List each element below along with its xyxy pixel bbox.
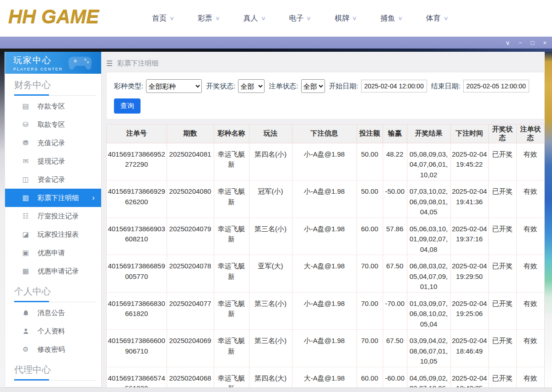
sidebar-sections: 财务中心▤存款专区⛁取款专区⛃充值记录✉提现记录◫资金记录▥彩票下注明细›☷厅室… (5, 79, 101, 387)
cell-order-no: 401569173866903608210 (107, 218, 167, 255)
nav-item-slots[interactable]: 电子∨ (289, 14, 311, 23)
table-row: 40156917386683066182020250204077幸运飞艇新第三名… (107, 292, 544, 330)
sidebar-item-lottery-bet-detail[interactable]: ▥彩票下注明细› (5, 189, 101, 207)
coupon-icon: ▣ (22, 249, 30, 257)
window-edge-strip (0, 49, 552, 52)
nav-item-label: 真人 (244, 14, 258, 23)
draw-status-select[interactable]: 全部 (238, 79, 265, 93)
sidebar-item-deposit[interactable]: ▤存款专区 (5, 97, 101, 115)
sidebar-item-label: 存款专区 (38, 102, 65, 111)
sidebar-item-change-password[interactable]: ⚙修改密码 (5, 340, 101, 359)
table-row: 40156917386692962620020250204080幸运飞艇新冠军(… (107, 180, 544, 218)
end-date-input[interactable] (463, 80, 529, 93)
sidebar-item-funds-record[interactable]: ◫资金记录 (5, 170, 101, 189)
cell-win-loss: 67.50 (383, 255, 407, 293)
chevron-down-icon: ∨ (398, 15, 403, 22)
lottery-type-select[interactable]: 全部彩种 (146, 79, 202, 93)
window-maximize-button[interactable]: □ (531, 40, 535, 46)
withdraw-coins-icon: ⛁ (22, 120, 30, 129)
cell-draw-status: 已开奖 (488, 218, 516, 255)
cell-order-no: 401569173866830661820 (107, 292, 167, 330)
chevron-down-icon: ∨ (505, 39, 510, 46)
cell-draw-result: 05,06,03,10,01,09,02,07,04,08 (407, 218, 450, 255)
col-header-order-status: 注单状态 (516, 125, 544, 143)
search-button[interactable]: 查询 (114, 98, 141, 114)
cell-period: 20250204080 (167, 180, 214, 218)
envelope-icon: ✉ (22, 157, 30, 165)
chevron-down-icon: ∨ (443, 15, 448, 22)
col-header-bet-time: 下注时间 (450, 125, 488, 143)
cell-play: 冠军(小) (249, 180, 292, 218)
window-dropdown-button[interactable]: ∨ (505, 40, 510, 46)
start-date-input[interactable] (361, 80, 427, 93)
nav-item-label: 电子 (289, 14, 303, 23)
bets-table: 注单号期数彩种名称玩法下注信息投注额输赢开奖结果下注时间开奖状态注单状态 401… (107, 125, 544, 387)
close-icon: × (543, 39, 547, 46)
sidebar-item-player-bet-report[interactable]: ◪玩家投注报表 (5, 225, 101, 244)
nav-item-lottery[interactable]: 彩票∨ (198, 14, 220, 23)
sidebar-item-agent-rules[interactable]: ▯代理规则说明 (5, 382, 101, 387)
nav-item-label: 体育 (426, 14, 441, 23)
cell-order-status: 有效 (516, 292, 544, 330)
section-title-personal: 个人中心 (14, 285, 101, 298)
nav-item-home[interactable]: 首页∨ (152, 14, 174, 23)
col-header-win-loss: 输赢 (383, 125, 407, 143)
wallet-icon: ◫ (22, 175, 30, 184)
cell-bet-info: 大-A盘@1.98 (292, 255, 357, 293)
cell-period: 20250204069 (167, 330, 214, 367)
cell-bet-amount: 50.00 (357, 180, 383, 218)
window-close-button[interactable]: × (543, 40, 547, 46)
moneybag-icon: ⛃ (22, 139, 30, 147)
nav-item-chess[interactable]: 棋牌∨ (335, 14, 357, 23)
cell-draw-status: 已开奖 (488, 255, 516, 293)
cell-bet-info: 小-A盘@1.98 (292, 330, 357, 367)
sidebar-item-withdraw[interactable]: ⛁取款专区 (5, 115, 101, 134)
sidebar-item-promo-apply[interactable]: ▣优惠申请 (5, 244, 101, 262)
nav-item-fishing[interactable]: 捕鱼∨ (380, 14, 402, 23)
hall-list-icon: ☷ (22, 212, 30, 220)
report-chart-icon: ◪ (22, 230, 30, 239)
sidebar-item-recharge-record[interactable]: ⛃充值记录 (5, 134, 101, 152)
cell-order-no: 401569173866952272290 (107, 143, 167, 180)
table-row: 40156917386660090671020250204069幸运飞艇新第三名… (107, 330, 544, 367)
filter-panel: 彩种类型: 全部彩种 开奖状态: 全部 注单状态: 全部 开始日期: (106, 72, 545, 120)
nav-item-sports[interactable]: 体育∨ (426, 14, 448, 23)
minimize-icon: − (519, 39, 522, 46)
table-row: 40156917386685900577020250204078幸运飞艇新亚军(… (107, 255, 544, 293)
sidebar-item-promo-apply-record[interactable]: ▦优惠申请记录 (5, 262, 101, 280)
cell-period: 20250204081 (167, 143, 214, 180)
horizontal-scrollbar[interactable] (0, 387, 552, 392)
sidebar-item-label: 修改密码 (38, 345, 65, 354)
sidebar-item-hall-bet-record[interactable]: ☷厅室投注记录 (5, 207, 101, 225)
table-row: 40156917386657456183020250204068幸运飞艇新第四名… (107, 367, 544, 387)
cell-draw-result: 03,09,04,02,08,06,07,01,10,05 (407, 330, 450, 367)
table-header-row: 注单号期数彩种名称玩法下注信息投注额输赢开奖结果下注时间开奖状态注单状态 (107, 125, 544, 143)
cell-bet-time: 2025-02-04 19:41:36 (450, 180, 488, 218)
nav-item-label: 首页 (152, 14, 167, 23)
section-underline (14, 94, 97, 96)
bell-icon (22, 310, 30, 316)
order-status-select[interactable]: 全部 (301, 79, 325, 93)
nav-item-live[interactable]: 真人∨ (244, 14, 265, 23)
draw-status-label: 开奖状态: (206, 82, 235, 91)
cell-bet-info: 小-A盘@1.98 (292, 143, 357, 180)
cell-order-no: 401569173866929626200 (107, 180, 167, 218)
hh-game-logo: HH GAME (8, 5, 99, 27)
sidebar-item-messages[interactable]: 消息公告 (5, 304, 101, 322)
end-date-label: 结束日期: (431, 82, 460, 91)
window-minimize-button[interactable]: − (519, 40, 522, 46)
right-background-strip (545, 52, 552, 387)
sidebar-item-withdrawal-record[interactable]: ✉提现记录 (5, 152, 101, 170)
sidebar-item-profile[interactable]: 个人资料 (5, 322, 101, 340)
col-header-lottery-name: 彩种名称 (214, 125, 249, 143)
col-header-period: 期数 (167, 125, 214, 143)
chevron-right-icon: › (92, 193, 95, 202)
chevron-down-icon: ∨ (352, 15, 357, 22)
sidebar-item-label: 提现记录 (38, 157, 65, 166)
cell-order-status: 有效 (516, 367, 544, 387)
cell-order-no: 401569173866859005770 (107, 255, 167, 293)
menu-icon[interactable]: ☰ (106, 59, 113, 68)
cell-order-no: 401569173866600906710 (107, 330, 167, 367)
cell-draw-status: 已开奖 (488, 292, 516, 330)
sidebar-item-label: 取款专区 (38, 120, 65, 129)
